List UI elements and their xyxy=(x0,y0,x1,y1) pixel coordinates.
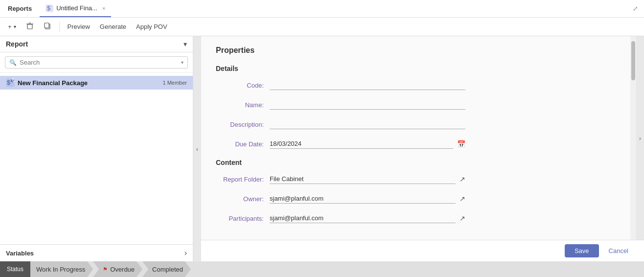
toolbar: + ▾ Preview Generate Apply POV xyxy=(0,18,644,36)
right-panel: Properties Details Code: Name: Des xyxy=(201,36,644,261)
status-step-overdue[interactable]: ⚑ Overdue xyxy=(93,261,142,277)
copy-icon xyxy=(44,22,51,31)
delete-icon xyxy=(26,22,34,31)
form-row-due-date: Due Date: 📅 xyxy=(216,139,616,149)
name-label: Name: xyxy=(216,101,270,109)
reports-nav-label: Reports xyxy=(0,0,40,17)
main-area: Report ▾ 🔍 ▾ $ ↻ New Financ xyxy=(0,36,644,261)
right-panel-toggle[interactable]: › xyxy=(636,36,644,240)
svg-rect-6 xyxy=(45,23,49,28)
due-date-input-wrap: 📅 xyxy=(270,139,465,149)
completed-step: Completed xyxy=(142,261,191,277)
calendar-icon[interactable]: 📅 xyxy=(457,140,465,148)
code-label: Code: xyxy=(216,82,270,89)
content-section-title: Content xyxy=(216,159,616,166)
svg-rect-2 xyxy=(27,24,32,29)
left-chevron-icon: ‹ xyxy=(196,145,198,153)
owner-link-icon[interactable]: ↗ xyxy=(460,195,465,203)
search-box: 🔍 ▾ xyxy=(5,56,188,69)
code-input[interactable] xyxy=(270,80,465,90)
form-row-owner: Owner: ↗ xyxy=(216,194,616,204)
due-date-input[interactable] xyxy=(270,139,453,149)
participants-label: Participants: xyxy=(216,215,270,222)
cancel-button[interactable]: Cancel xyxy=(605,244,632,257)
participants-link-icon[interactable]: ↗ xyxy=(460,214,465,222)
search-input[interactable] xyxy=(20,59,178,66)
panel-collapse-btn[interactable]: ▾ xyxy=(184,40,187,48)
tab-close-icon[interactable]: × xyxy=(102,5,105,11)
work-in-progress-label: Work In Progress xyxy=(36,266,85,273)
status-step-work-in-progress[interactable]: Work In Progress xyxy=(30,261,93,277)
expand-icon[interactable]: ⤢ xyxy=(627,5,644,12)
top-nav: Reports $ Untitled Fina... × ⤢ xyxy=(0,0,644,18)
overdue-step: ⚑ Overdue xyxy=(93,261,142,277)
tree-item-label: New Financial Package xyxy=(18,79,160,87)
report-folder-input-wrap: ↗ xyxy=(270,174,465,184)
preview-button[interactable]: Preview xyxy=(64,21,94,32)
search-dropdown-arrow[interactable]: ▾ xyxy=(181,60,184,65)
variables-title: Variables xyxy=(6,250,34,257)
work-in-progress-step: Work In Progress xyxy=(30,261,93,277)
tab-icon: $ xyxy=(46,4,53,12)
delete-button[interactable] xyxy=(22,20,38,33)
panel-title: Report xyxy=(6,40,28,48)
owner-input-wrap: ↗ xyxy=(270,194,465,204)
tab-untitled[interactable]: $ Untitled Fina... × xyxy=(40,0,111,17)
search-icon: 🔍 xyxy=(9,59,17,66)
name-input[interactable] xyxy=(270,100,465,110)
report-package-icon: $ ↻ xyxy=(6,78,15,87)
owner-input[interactable] xyxy=(270,194,456,204)
svg-text:$: $ xyxy=(7,79,11,86)
report-folder-input[interactable] xyxy=(270,174,456,184)
description-input[interactable] xyxy=(270,119,465,129)
properties-title: Properties xyxy=(216,46,616,55)
left-panel-toggle[interactable]: ‹ xyxy=(193,36,201,261)
right-chevron-icon: › xyxy=(639,135,641,142)
toolbar-separator xyxy=(59,22,60,32)
form-row-code: Code: xyxy=(216,80,616,90)
report-folder-link-icon[interactable]: ↗ xyxy=(460,175,465,183)
scrollbar-thumb xyxy=(631,41,635,80)
properties-area: Properties Details Code: Name: Des xyxy=(201,36,644,240)
left-panel: Report ▾ 🔍 ▾ $ ↻ New Financ xyxy=(0,36,193,261)
properties-content: Properties Details Code: Name: Des xyxy=(201,36,630,240)
tree-list: $ ↻ New Financial Package 1 Member xyxy=(0,73,193,244)
flag-icon: ⚑ xyxy=(103,266,108,273)
report-folder-label: Report Folder: xyxy=(216,176,270,183)
action-bar: Save Cancel xyxy=(201,240,644,261)
description-input-wrap xyxy=(270,119,465,129)
search-container: 🔍 ▾ xyxy=(0,52,193,73)
name-input-wrap xyxy=(270,100,465,110)
properties-scrollbar[interactable] xyxy=(630,36,636,240)
code-input-wrap xyxy=(270,80,465,90)
tree-item-count: 1 Member xyxy=(162,80,187,86)
status-bar: Status Work In Progress ⚑ Overdue Comple… xyxy=(0,261,644,277)
overdue-label: Overdue xyxy=(110,266,135,273)
description-label: Description: xyxy=(216,121,270,128)
panel-header: Report ▾ xyxy=(0,36,193,52)
details-section-title: Details xyxy=(216,65,616,72)
form-row-participants: Participants: ↗ xyxy=(216,213,616,223)
svg-text:$: $ xyxy=(47,4,51,12)
completed-label: Completed xyxy=(152,266,183,273)
form-row-name: Name: xyxy=(216,100,616,110)
add-button[interactable]: + ▾ xyxy=(4,21,20,32)
generate-button[interactable]: Generate xyxy=(96,21,130,32)
status-label: Status xyxy=(0,261,30,277)
participants-input-wrap: ↗ xyxy=(270,213,465,223)
variables-expand-icon: › xyxy=(184,249,187,257)
copy-button[interactable] xyxy=(40,20,55,33)
owner-label: Owner: xyxy=(216,195,270,203)
status-step-completed[interactable]: Completed xyxy=(142,261,191,277)
list-item[interactable]: $ ↻ New Financial Package 1 Member xyxy=(0,76,193,90)
variables-section[interactable]: Variables › xyxy=(0,244,193,261)
tab-label: Untitled Fina... xyxy=(56,4,97,12)
participants-input[interactable] xyxy=(270,213,456,223)
form-row-report-folder: Report Folder: ↗ xyxy=(216,174,616,184)
svg-text:↻: ↻ xyxy=(11,78,15,84)
apply-pov-button[interactable]: Apply POV xyxy=(132,21,171,32)
save-button[interactable]: Save xyxy=(565,244,599,257)
form-row-description: Description: xyxy=(216,119,616,129)
due-date-label: Due Date: xyxy=(216,140,270,148)
